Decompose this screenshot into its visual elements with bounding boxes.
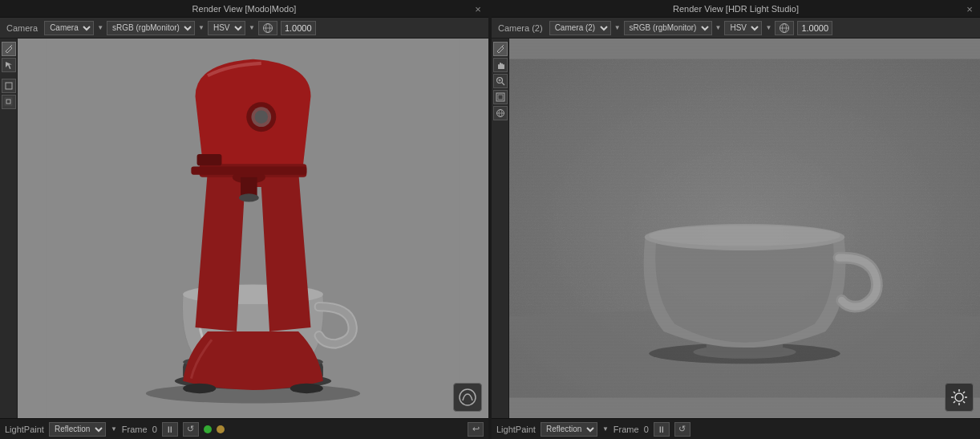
small-rect-tool-btn[interactable]	[2, 95, 16, 109]
left-colorspace-chevron: ▼	[198, 24, 205, 31]
right-globe-tool-icon	[496, 108, 505, 118]
left-reflection-chevron: ▼	[111, 425, 117, 433]
right-viewport	[509, 39, 980, 418]
left-main-area	[0, 39, 488, 418]
right-reflection-select[interactable]: Reflection	[541, 422, 597, 437]
right-globe-tool-btn[interactable]	[493, 106, 508, 120]
svg-point-19	[239, 193, 259, 201]
svg-line-35	[502, 83, 504, 85]
left-colorspace-select[interactable]: sRGB (rgbMonitor)	[107, 21, 195, 35]
left-status-dot-green	[204, 425, 212, 433]
left-logo-btn[interactable]	[453, 383, 482, 412]
right-main-area	[492, 39, 980, 418]
svg-line-59	[963, 401, 965, 403]
right-toolbar: Camera (2) Camera (2) ▼ sRGB (rgbMonitor…	[492, 18, 980, 39]
right-hand-tool-btn[interactable]	[493, 58, 508, 72]
arrow-tool-btn[interactable]	[2, 58, 16, 72]
left-side-tools	[0, 39, 18, 418]
right-hdr-logo-btn[interactable]	[945, 383, 974, 412]
left-globe-btn[interactable]	[258, 21, 277, 35]
left-camera-select[interactable]: Camera	[44, 21, 94, 35]
bowl-render	[509, 39, 980, 418]
right-zoom-icon	[496, 76, 505, 86]
left-colormode-select[interactable]: HSV	[208, 21, 245, 35]
svg-rect-39	[498, 95, 503, 100]
svg-rect-38	[496, 93, 504, 101]
svg-rect-33	[498, 67, 504, 69]
rect-icon	[4, 81, 14, 91]
left-viewport	[18, 39, 488, 418]
right-refresh-btn[interactable]: ↺	[674, 422, 690, 437]
right-frame-icon	[496, 92, 505, 102]
right-pen-icon	[496, 44, 505, 54]
left-exposure-value[interactable]: 1.0000	[281, 21, 316, 35]
svg-line-28	[502, 45, 504, 47]
left-toolbar: Camera Camera ▼ sRGB (rgbMonitor) ▼ HSV …	[0, 18, 488, 39]
right-title: Render View [HDR Light Studio]	[673, 4, 799, 14]
modo-logo-icon	[458, 388, 477, 407]
svg-point-24	[460, 389, 476, 405]
svg-line-3	[10, 45, 12, 47]
right-close-button[interactable]: ×	[963, 2, 976, 15]
right-status-bar: LightPaint Reflection ▼ Frame 0 ⏸ ↺	[492, 418, 980, 439]
right-hand-icon	[496, 60, 505, 70]
right-colormode-chevron: ▼	[765, 24, 771, 31]
left-refresh-btn[interactable]: ↺	[183, 422, 199, 437]
left-status-dot-orange	[217, 425, 225, 433]
left-colormode-chevron: ▼	[249, 24, 255, 31]
left-camera-label: Camera	[3, 23, 41, 33]
small-rect-icon	[4, 97, 14, 107]
svg-line-61	[954, 401, 955, 403]
svg-point-53	[955, 393, 963, 401]
left-reflection-select[interactable]: Reflection	[49, 422, 106, 437]
right-camera-chevron: ▼	[614, 24, 621, 31]
right-panel: Render View [HDR Light Studio] × Camera …	[492, 0, 980, 439]
right-colormode-select[interactable]: HSV	[724, 21, 762, 35]
right-zoom-tool-btn[interactable]	[493, 74, 508, 88]
left-frame-value: 0	[152, 425, 157, 434]
svg-line-58	[954, 392, 955, 393]
right-frame-tool-btn[interactable]	[493, 90, 508, 104]
svg-rect-52	[509, 59, 980, 398]
right-colorspace-chevron: ▼	[715, 24, 722, 31]
right-lightpaint-label: LightPaint	[496, 425, 536, 434]
right-pen-tool-btn[interactable]	[493, 42, 508, 56]
pen-tool-btn[interactable]	[2, 42, 16, 56]
svg-point-22	[183, 384, 216, 393]
svg-rect-6	[5, 98, 12, 105]
left-camera-chevron: ▼	[97, 24, 103, 31]
right-pause-btn[interactable]: ⏸	[654, 422, 670, 437]
svg-point-16	[255, 110, 268, 123]
right-camera-select[interactable]: Camera (2)	[549, 21, 611, 35]
svg-line-60	[963, 392, 965, 393]
right-title-bar: Render View [HDR Light Studio] ×	[492, 0, 980, 18]
right-reflection-chevron: ▼	[602, 425, 609, 433]
right-side-tools	[492, 39, 509, 418]
left-frame-label: Frame	[122, 425, 148, 434]
right-camera-label: Camera (2)	[495, 23, 546, 33]
hdr-sun-icon	[950, 388, 969, 407]
left-status-bar: LightPaint Reflection ▼ Frame 0 ⏸ ↺ ↩	[0, 418, 488, 439]
left-panel: Render View [Modo|Modo] × Camera Camera …	[0, 0, 488, 439]
svg-rect-20	[197, 154, 222, 165]
globe-icon	[262, 22, 273, 34]
left-pause-btn[interactable]: ⏸	[162, 422, 178, 437]
mixer-render	[18, 39, 488, 418]
right-globe-btn[interactable]	[775, 21, 794, 35]
left-title-bar: Render View [Modo|Modo] ×	[0, 0, 488, 18]
left-title: Render View [Modo|Modo]	[192, 4, 297, 14]
left-close-button[interactable]: ×	[472, 2, 484, 15]
arrow-icon	[4, 60, 14, 70]
right-exposure-value[interactable]: 1.0000	[797, 21, 832, 35]
pen-icon	[4, 44, 14, 54]
left-export-btn[interactable]: ↩	[468, 422, 484, 437]
right-frame-label: Frame	[614, 425, 639, 434]
right-frame-value: 0	[644, 425, 649, 434]
globe-icon-right	[779, 22, 790, 34]
svg-rect-5	[6, 100, 10, 104]
svg-rect-21	[191, 166, 306, 174]
right-colorspace-select[interactable]: sRGB (rgbMonitor)	[624, 21, 712, 35]
rect-tool-btn[interactable]	[2, 79, 16, 93]
svg-rect-4	[6, 83, 12, 89]
svg-point-23	[290, 384, 323, 393]
